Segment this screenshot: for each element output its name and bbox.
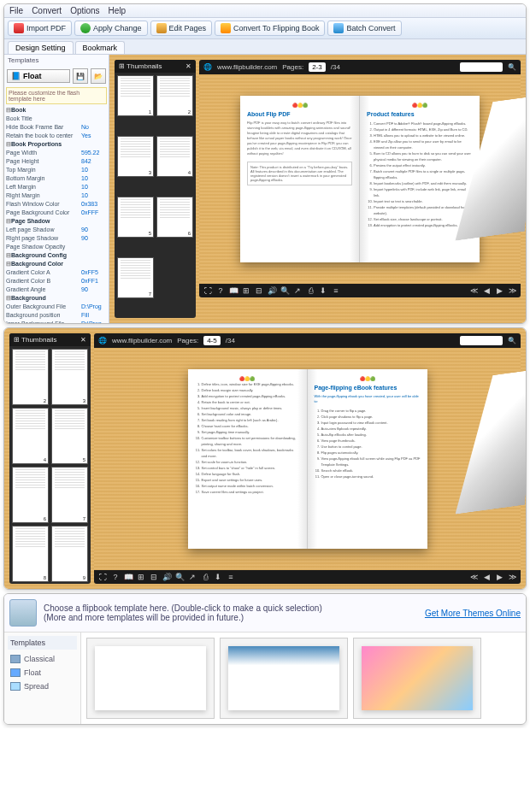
nav-icon[interactable]: ≪ [469, 286, 478, 295]
toolbar-icon[interactable]: ? [216, 286, 225, 295]
page-input[interactable]: 2-3 [309, 62, 326, 72]
toolbar-icon[interactable]: 📖 [229, 286, 238, 295]
search-icon[interactable]: 🔍 [508, 337, 516, 344]
search-icon[interactable]: 🔍 [508, 63, 516, 71]
apply-change-button[interactable]: Apply Change [74, 21, 148, 36]
batch-convert-button[interactable]: Batch Convert [327, 21, 401, 36]
toolbar-icon[interactable]: ⊟ [150, 573, 158, 581]
nav-icon[interactable]: ▶ [495, 286, 504, 295]
thumbnail[interactable] [156, 136, 193, 177]
thumbnail[interactable] [12, 349, 49, 405]
prop-row[interactable]: Left Margin10 [6, 183, 107, 191]
nav-icon[interactable]: ≫ [508, 573, 516, 581]
prop-row[interactable]: Flash Window Color0x383 [6, 200, 107, 209]
toolbar-icon[interactable]: 🔍 [280, 286, 289, 295]
prop-row[interactable]: Page Width595.22 [6, 149, 107, 157]
thumbnail[interactable] [117, 257, 154, 298]
prop-row[interactable]: Gradient Angle90 [6, 285, 107, 294]
prop-row[interactable]: Right page Shadow90 [6, 234, 107, 243]
prop-row[interactable]: Page Height842 [6, 157, 107, 166]
toolbar-icon[interactable]: 📖 [124, 573, 132, 581]
prop-row[interactable]: Gradient Color A0xFF5 [6, 268, 107, 277]
toolbar-icon[interactable]: ≡ [227, 573, 235, 581]
close-thumbnails-icon[interactable]: ✕ [186, 62, 191, 70]
template-spread[interactable]: Spread [8, 680, 77, 693]
toolbar-icon[interactable]: ⊟ [255, 286, 263, 295]
nav-icon[interactable]: ◀ [482, 286, 491, 295]
prop-row[interactable]: Inner Background FileD:\Prog [6, 320, 107, 323]
prop-row[interactable]: Page Background Color0xFFF [6, 209, 107, 217]
menu-options[interactable]: Options [70, 6, 99, 15]
template-preview-3[interactable] [353, 638, 481, 719]
book-stage[interactable]: 🔴🟡🟢 About Flip PDF Flip PDF is your easy… [199, 74, 521, 284]
prop-row[interactable]: Book Proportions [6, 140, 107, 149]
prop-row[interactable]: Right Margin10 [6, 191, 107, 200]
toolbar-icon[interactable]: ⎙ [201, 573, 209, 581]
template-selector[interactable]: 📘 Float [7, 69, 70, 83]
nav-icon[interactable]: ▶ [495, 573, 504, 581]
edit-pages-button[interactable]: Edit Pages [150, 21, 213, 36]
property-list[interactable]: BookBook TitleHide Book Frame BarNoRetai… [4, 105, 109, 323]
nav-icon[interactable]: ≪ [469, 573, 478, 581]
thumbnail[interactable] [51, 349, 88, 405]
thumbnail[interactable] [51, 467, 88, 523]
toolbar-icon[interactable]: ⊞ [137, 573, 145, 581]
toolbar-icon[interactable]: ↗ [293, 286, 302, 295]
search-input[interactable] [460, 62, 503, 72]
tab-bookmark[interactable]: Bookmark [75, 41, 126, 54]
thumbnail[interactable] [12, 526, 49, 582]
prop-row[interactable]: Outer Background FileD:\Prog [6, 303, 107, 311]
thumbnail-grid[interactable] [115, 73, 196, 318]
prop-row[interactable]: Left page Shadow90 [6, 226, 107, 234]
thumbnail[interactable] [12, 408, 49, 464]
prop-row[interactable]: Book Title [6, 115, 107, 123]
thumbnail[interactable] [156, 197, 193, 238]
template-float[interactable]: Float [8, 666, 77, 680]
prop-row[interactable]: Background Config [6, 251, 107, 260]
thumbnail-grid[interactable] [9, 346, 91, 584]
toolbar-icon[interactable]: ⛶ [203, 286, 212, 295]
book-stage-2[interactable]: 🔴🟡🟢 Define titles, icon, window size for… [94, 348, 521, 570]
menu-file[interactable]: File [9, 6, 23, 15]
prop-row[interactable]: Bottom Margin10 [6, 174, 107, 183]
thumbnail[interactable] [51, 526, 88, 582]
thumbnail[interactable] [12, 467, 49, 523]
import-pdf-button[interactable]: Import PDF [8, 21, 72, 36]
prop-row[interactable]: Page Shadow [6, 217, 107, 226]
toolbar-icon[interactable]: 🔊 [268, 286, 276, 295]
thumbnail[interactable] [117, 197, 154, 238]
menu-convert[interactable]: Convert [32, 6, 62, 15]
thumbnail[interactable] [156, 75, 193, 116]
toolbar-icon[interactable]: 🔊 [162, 573, 171, 581]
template-preview-2[interactable] [220, 638, 348, 719]
search-input[interactable] [460, 336, 503, 345]
nav-icon[interactable]: ≫ [508, 286, 516, 295]
thumbnail[interactable] [117, 75, 154, 116]
thumbnail[interactable] [51, 408, 88, 464]
toolbar-icon[interactable]: ⛶ [98, 573, 107, 581]
toolbar-icon[interactable]: ⎙ [306, 286, 315, 295]
thumbnail[interactable] [117, 136, 154, 177]
tab-design-setting[interactable]: Design Setting [8, 41, 74, 54]
prop-row[interactable]: Gradient Color B0xFF1 [6, 277, 107, 285]
nav-icon[interactable]: ◀ [482, 573, 491, 581]
prop-row[interactable]: Retain the book to centerYes [6, 132, 107, 140]
prop-row[interactable]: Book [6, 106, 107, 115]
save-template-button[interactable]: 💾 [73, 68, 88, 84]
page-curl[interactable] [456, 369, 527, 515]
prop-row[interactable]: Hide Book Frame BarNo [6, 123, 107, 132]
toolbar-icon[interactable]: ⊞ [242, 286, 250, 295]
get-more-themes-link[interactable]: Get More Themes Online [425, 609, 521, 618]
toolbar-icon[interactable]: ⬇ [319, 286, 327, 295]
prop-row[interactable]: Top Margin10 [6, 166, 107, 174]
prop-row[interactable]: Background Color [6, 260, 107, 268]
prop-row[interactable]: Background [6, 294, 107, 303]
toolbar-icon[interactable]: ⬇ [214, 573, 222, 581]
toolbar-icon[interactable]: 🔍 [175, 573, 184, 581]
toolbar-icon[interactable]: ↗ [188, 573, 197, 581]
open-template-button[interactable]: 📂 [91, 68, 106, 84]
prop-row[interactable]: Page Shadow Opacity [6, 243, 107, 251]
toolbar-icon[interactable]: ? [111, 573, 120, 581]
template-classical[interactable]: Classical [8, 652, 77, 666]
convert-button[interactable]: Convert To Flipping Book [215, 21, 325, 36]
